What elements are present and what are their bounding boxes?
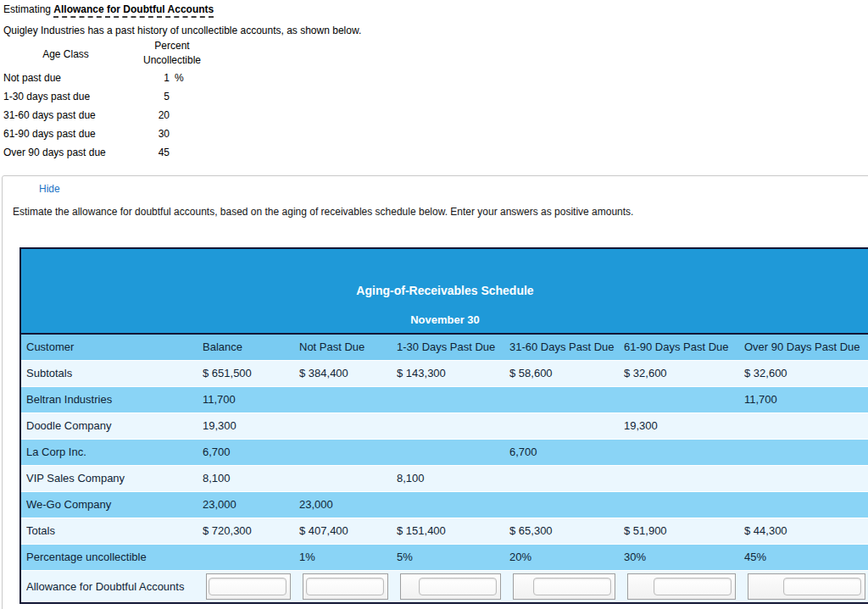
allowance-input-31-60[interactable] xyxy=(533,578,611,595)
cell-value: $ 44,300 xyxy=(739,518,868,544)
percent-value: 1 xyxy=(81,72,170,84)
schedule-subtitle: November 30 xyxy=(410,314,480,325)
history-row: 1-30 days past due 5 xyxy=(0,91,229,104)
col-header-1-30: 1-30 Days Past Due xyxy=(392,335,504,360)
table-row-percentage: Percentage uncollectible 1% 5% 20% 30% 4… xyxy=(21,544,868,570)
percent-value: 45 xyxy=(81,147,170,158)
allowance-input-over-90[interactable] xyxy=(783,578,861,595)
cell-value xyxy=(294,412,392,439)
cell-value xyxy=(294,386,392,412)
allowance-input-wrapper xyxy=(748,573,865,600)
cell-value xyxy=(739,491,868,518)
cell-value xyxy=(739,465,868,491)
cell-value: $ 32,600 xyxy=(619,360,739,386)
percent-sign: % xyxy=(175,72,184,84)
cell-value: 19,300 xyxy=(619,412,739,439)
cell-value xyxy=(294,465,392,491)
cell-value: 1% xyxy=(294,544,392,570)
allowance-input-wrapper xyxy=(303,573,388,600)
cell-value: $ 58,600 xyxy=(504,360,619,386)
col-header-not-past-due: Not Past Due xyxy=(294,335,392,360)
cell-value xyxy=(504,386,619,412)
cell-value: 20% xyxy=(504,544,619,570)
col-header-31-60: 31-60 Days Past Due xyxy=(504,335,619,360)
instruction-text: Estimate the allowance for doubtful acco… xyxy=(13,206,633,218)
row-label: Beltran Industries xyxy=(21,386,198,412)
table-row-doodle: Doodle Company 19,300 19,300 xyxy=(21,412,868,439)
row-label: La Corp Inc. xyxy=(21,439,198,465)
cell-value: 23,000 xyxy=(294,491,392,518)
cell-value: $ 151,400 xyxy=(392,518,504,544)
aging-schedule-table: Aging-of-Receivables Schedule November 3… xyxy=(19,247,868,604)
cell-value xyxy=(392,491,504,518)
uncollectible-history-table: Age Class Percent Uncollectible Not past… xyxy=(0,37,229,164)
cell-value xyxy=(198,544,294,570)
cell-value xyxy=(619,386,739,412)
cell-value: $ 143,300 xyxy=(392,360,504,386)
cell-value: $ 384,400 xyxy=(294,360,392,386)
history-row: Over 90 days past due 45 xyxy=(0,147,229,160)
cell-value: 6,700 xyxy=(504,439,619,465)
allowance-input-61-90[interactable] xyxy=(654,578,732,595)
table-row-totals: Totals $ 720,300 $ 407,400 $ 151,400 $ 6… xyxy=(21,518,868,544)
cell-value: 19,300 xyxy=(198,412,294,439)
page-title: Estimating Allowance for Doubtful Accoun… xyxy=(3,3,214,15)
allowance-input-1-30[interactable] xyxy=(419,578,497,595)
cell-value xyxy=(739,412,868,439)
cell-value xyxy=(392,412,504,439)
cell-value: 8,100 xyxy=(392,465,504,491)
row-label: Subtotals xyxy=(21,360,198,386)
cell-value xyxy=(739,439,868,465)
cell-value: 6,700 xyxy=(198,439,294,465)
history-row: 61-90 days past due 30 xyxy=(0,128,229,141)
schedule-grid: Customer Balance Not Past Due 1-30 Days … xyxy=(21,335,868,602)
allowance-input-not-past-due[interactable] xyxy=(306,578,384,595)
row-label: Allowance for Doubtful Accounts xyxy=(21,570,198,602)
percent-header-line1: Percent xyxy=(123,40,221,52)
col-header-over-90: Over 90 Days Past Due xyxy=(739,335,868,360)
answer-panel: Hide Estimate the allowance for doubtful… xyxy=(2,175,868,609)
exercise-page: Estimating Allowance for Doubtful Accoun… xyxy=(0,0,868,609)
table-row-allowance: Allowance for Doubtful Accounts xyxy=(21,570,868,602)
cell-value xyxy=(392,386,504,412)
percent-header-line2: Uncollectible xyxy=(123,54,221,66)
hide-link[interactable]: Hide xyxy=(39,183,60,195)
cell-value xyxy=(392,439,504,465)
schedule-title-block: Aging-of-Receivables Schedule November 3… xyxy=(21,249,868,335)
cell-value xyxy=(619,465,739,491)
cell-value: $ 32,600 xyxy=(739,360,868,386)
cell-value xyxy=(619,439,739,465)
page-title-topic: Allowance for Doubtful Accounts xyxy=(53,3,214,18)
intro-text: Quigley Industries has a past history of… xyxy=(3,25,361,36)
cell-value: 8,100 xyxy=(198,465,294,491)
col-header-balance: Balance xyxy=(198,335,294,360)
schedule-title: Aging-of-Receivables Schedule xyxy=(356,285,533,296)
page-title-prefix: Estimating xyxy=(3,3,53,15)
column-header-row: Customer Balance Not Past Due 1-30 Days … xyxy=(21,335,868,360)
row-label: VIP Sales Company xyxy=(21,465,198,491)
history-row: Not past due 1 % xyxy=(0,72,229,86)
cell-value xyxy=(294,439,392,465)
table-row-wego: We-Go Company 23,000 23,000 xyxy=(21,491,868,518)
cell-value: 45% xyxy=(739,544,868,570)
allowance-input-wrapper xyxy=(206,573,291,600)
cell-value xyxy=(619,491,739,518)
table-row-subtotals: Subtotals $ 651,500 $ 384,400 $ 143,300 … xyxy=(21,360,868,386)
cell-value xyxy=(504,491,619,518)
allowance-input-balance[interactable] xyxy=(209,578,287,595)
history-row: 31-60 days past due 20 xyxy=(0,109,229,123)
percent-value: 30 xyxy=(81,128,170,140)
age-class-label: Not past due xyxy=(3,72,61,84)
cell-value: $ 51,900 xyxy=(619,518,739,544)
cell-value: 11,700 xyxy=(198,386,294,412)
allowance-input-wrapper xyxy=(627,573,736,600)
row-label: Doodle Company xyxy=(21,412,198,439)
percent-value: 5 xyxy=(81,91,170,102)
cell-value xyxy=(504,412,619,439)
cell-value xyxy=(504,465,619,491)
allowance-input-wrapper xyxy=(513,573,615,600)
age-class-header: Age Class xyxy=(0,48,131,60)
col-header-61-90: 61-90 Days Past Due xyxy=(619,335,739,360)
age-class-label: 1-30 days past due xyxy=(3,91,90,102)
percent-value: 20 xyxy=(81,109,170,121)
